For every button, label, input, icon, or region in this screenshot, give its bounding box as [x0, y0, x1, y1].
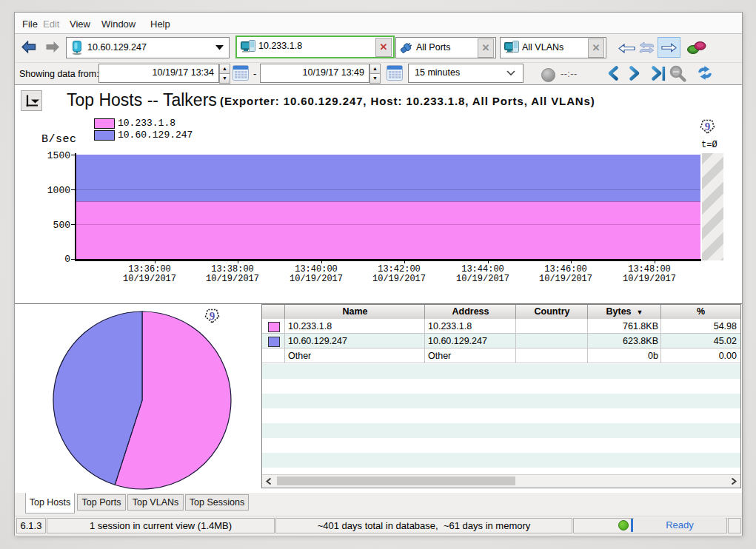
svg-text:9: 9: [705, 121, 711, 132]
svg-text:9: 9: [210, 310, 215, 322]
